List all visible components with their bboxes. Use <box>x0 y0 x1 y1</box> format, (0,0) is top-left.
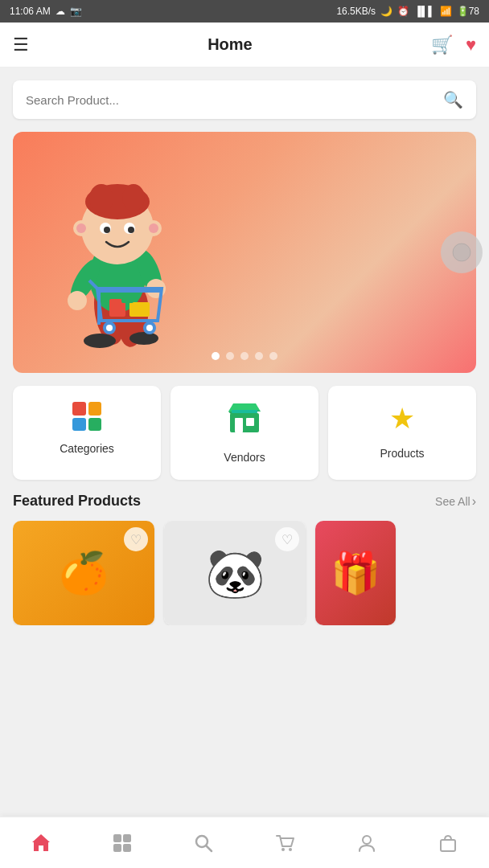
svg-point-3 <box>129 332 158 345</box>
header-actions: 🛒 ♥ <box>431 35 476 55</box>
dot-1[interactable] <box>212 352 220 360</box>
camera-icon: 📷 <box>70 6 82 17</box>
svg-rect-44 <box>441 840 455 851</box>
nav-categories[interactable] <box>81 826 162 860</box>
moon-icon: 🌙 <box>380 6 392 17</box>
product-card-2[interactable]: 🐼 ♡ <box>164 521 306 625</box>
category-categories[interactable]: Categories <box>13 386 161 480</box>
search-bar: 🔍 <box>13 80 476 119</box>
bottom-nav <box>0 817 489 868</box>
category-products[interactable]: ★ Products <box>328 386 476 480</box>
categories-label: Categories <box>60 442 114 455</box>
svg-rect-29 <box>121 297 134 303</box>
svg-point-18 <box>76 223 86 233</box>
product-card-1[interactable]: 🍊 ♡ <box>13 521 154 625</box>
nav-home[interactable] <box>0 826 81 860</box>
nav-cart[interactable] <box>244 826 326 860</box>
banner-container <box>13 132 476 373</box>
svg-rect-33 <box>246 418 254 426</box>
svg-point-25 <box>106 325 113 331</box>
svg-point-42 <box>289 848 292 851</box>
store-icon <box>228 402 261 440</box>
nav-search[interactable] <box>163 826 244 860</box>
svg-point-41 <box>281 848 285 851</box>
product-image-3: 🎁 <box>315 521 396 625</box>
product-card-3[interactable]: 🎁 <box>315 521 396 625</box>
favorites-button[interactable]: ♥ <box>466 35 476 55</box>
svg-rect-28 <box>129 302 150 317</box>
grid-icon <box>72 402 101 431</box>
products-row: 🍊 ♡ 🐼 ♡ 🎁 <box>13 521 476 625</box>
vendors-label: Vendors <box>224 451 265 464</box>
signal-icon: ▐▌▌ <box>414 6 435 17</box>
banner-dots <box>212 352 277 360</box>
cloud-icon: ☁ <box>55 6 65 17</box>
featured-title: Featured Products <box>13 493 141 510</box>
product-favorite-2[interactable]: ♡ <box>275 527 299 551</box>
categories-row: Categories Vendors ★ Products <box>13 386 476 480</box>
header: ☰ Home 🛒 ♥ <box>0 23 489 68</box>
see-all-button[interactable]: See All › <box>435 494 476 509</box>
cart-button[interactable]: 🛒 <box>431 35 453 55</box>
svg-point-43 <box>363 836 371 844</box>
nav-profile[interactable] <box>326 826 407 860</box>
banner-character <box>29 152 206 353</box>
main-content: 🔍 <box>0 68 489 638</box>
dot-3[interactable] <box>240 352 249 360</box>
search-input[interactable] <box>26 93 443 107</box>
svg-point-20 <box>149 223 158 233</box>
products-label: Products <box>380 447 424 460</box>
svg-point-2 <box>84 334 116 348</box>
svg-rect-38 <box>123 844 131 852</box>
chevron-right-icon: › <box>472 494 476 509</box>
banner <box>13 132 476 373</box>
menu-button[interactable]: ☰ <box>13 35 29 55</box>
banner-image <box>13 132 476 373</box>
status-time: 11:06 AM <box>10 6 51 17</box>
svg-rect-34 <box>232 410 257 413</box>
svg-rect-22 <box>97 289 101 325</box>
wifi-icon: 📶 <box>440 6 452 17</box>
dot-4[interactable] <box>255 352 263 360</box>
product-favorite-1[interactable]: ♡ <box>124 527 148 551</box>
search-icon[interactable]: 🔍 <box>443 90 463 109</box>
featured-header: Featured Products See All › <box>13 493 476 510</box>
svg-point-12 <box>122 184 145 211</box>
svg-point-30 <box>453 244 471 261</box>
svg-rect-35 <box>113 834 121 842</box>
svg-point-26 <box>146 325 153 331</box>
alarm-icon: ⏰ <box>397 6 409 17</box>
svg-rect-31 <box>230 413 259 432</box>
category-vendors[interactable]: Vendors <box>171 386 318 480</box>
page-title: Home <box>208 35 253 54</box>
svg-point-15 <box>104 227 110 233</box>
scroll-button[interactable] <box>441 231 483 273</box>
network-speed: 16.5KB/s <box>336 6 376 17</box>
status-bar: 11:06 AM ☁ 📷 16.5KB/s 🌙 ⏰ ▐▌▌ 📶 🔋78 <box>0 0 489 23</box>
status-right: 16.5KB/s 🌙 ⏰ ▐▌▌ 📶 🔋78 <box>336 6 479 17</box>
dot-2[interactable] <box>226 352 234 360</box>
svg-rect-32 <box>235 418 243 432</box>
nav-bag[interactable] <box>408 826 489 860</box>
star-icon: ★ <box>389 402 415 436</box>
svg-point-7 <box>68 291 87 310</box>
svg-rect-37 <box>113 844 121 852</box>
svg-rect-21 <box>97 289 162 293</box>
svg-line-40 <box>207 845 212 851</box>
svg-point-11 <box>89 184 113 213</box>
status-left: 11:06 AM ☁ 📷 <box>10 6 82 17</box>
svg-point-16 <box>128 227 134 233</box>
battery-icon: 🔋78 <box>457 6 479 17</box>
svg-rect-36 <box>123 834 131 842</box>
dot-5[interactable] <box>269 352 277 360</box>
